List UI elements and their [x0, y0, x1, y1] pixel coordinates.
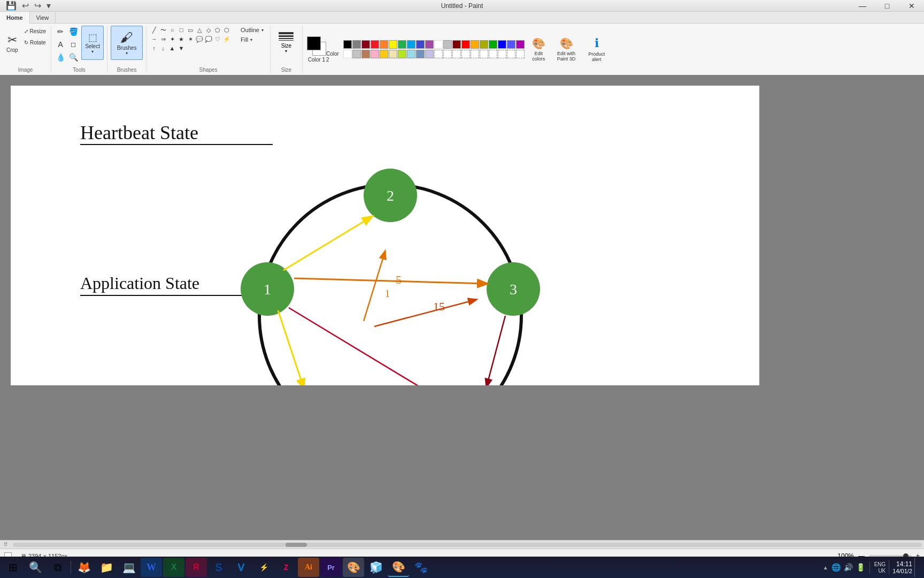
callout2-shape[interactable]: 💭: [204, 35, 213, 43]
color-orange[interactable]: [380, 40, 388, 49]
pencil-tool[interactable]: ✏: [55, 26, 66, 37]
color-c14[interactable]: [461, 40, 470, 49]
custom-c9[interactable]: [507, 50, 515, 58]
taskbar-rubymine[interactable]: R: [186, 558, 207, 577]
tray-volume[interactable]: 🔊: [844, 563, 853, 572]
custom-c2[interactable]: [443, 50, 452, 58]
down-arrow-shape[interactable]: ↓: [159, 44, 167, 52]
rounded-rect-shape[interactable]: ▭: [186, 26, 195, 34]
eraser-tool[interactable]: ◻: [67, 39, 79, 50]
shapes-scroll-down[interactable]: ▼: [177, 44, 186, 52]
color-blue[interactable]: [407, 40, 415, 49]
task-view-button[interactable]: ⧉: [47, 558, 68, 577]
taskbar-sourcetree[interactable]: S: [208, 558, 229, 577]
text-tool[interactable]: A: [55, 39, 66, 50]
color-c19[interactable]: [507, 40, 515, 49]
custom-c10[interactable]: [516, 50, 525, 58]
taskbar-paw[interactable]: 🐾: [410, 558, 432, 577]
redo-icon[interactable]: ↪: [33, 1, 43, 11]
color-lavender[interactable]: [425, 50, 434, 58]
color-lime[interactable]: [398, 50, 406, 58]
edit-colors-button[interactable]: 🎨 Editcolors: [529, 32, 549, 66]
color-ltgray[interactable]: [352, 50, 361, 58]
color-c18[interactable]: [498, 40, 506, 49]
custom-c4[interactable]: [461, 50, 470, 58]
color-c11[interactable]: [434, 40, 443, 49]
callout1-shape[interactable]: 💬: [195, 35, 204, 43]
show-desktop[interactable]: [914, 558, 918, 577]
scroll-thumb[interactable]: [286, 543, 307, 547]
arrow-shape[interactable]: →: [150, 35, 158, 43]
crop-button[interactable]: ✂ Crop: [3, 26, 21, 60]
diamond-shape[interactable]: ◇: [204, 26, 213, 34]
undo-icon[interactable]: ↩: [20, 1, 30, 11]
taskbar-intellij[interactable]: Z: [275, 558, 297, 577]
taskbar-explorer[interactable]: 📁: [96, 558, 117, 577]
custom-c7[interactable]: [489, 50, 497, 58]
color-cream[interactable]: [389, 50, 397, 58]
color-black[interactable]: [343, 40, 352, 49]
drawing-canvas[interactable]: Heartbeat State Application State 2 1 3 …: [11, 86, 759, 385]
shapes-scroll-up[interactable]: ▲: [168, 44, 176, 52]
resize-button[interactable]: ⤢ Resize: [22, 26, 48, 36]
taskbar-premiere[interactable]: Pr: [320, 558, 342, 577]
time-area[interactable]: 14:11 14/01/2: [889, 560, 912, 574]
color1-box[interactable]: [307, 36, 321, 50]
fill-tool[interactable]: 🪣: [67, 26, 79, 37]
taskbar-3dviewer[interactable]: 🧊: [365, 558, 387, 577]
select-button[interactable]: ⬚ Select ▾: [81, 26, 104, 60]
taskbar-firefox[interactable]: 🦊: [73, 558, 95, 577]
color-green[interactable]: [398, 40, 406, 49]
triangle-shape[interactable]: △: [195, 26, 204, 34]
lightning-shape[interactable]: ⚡: [222, 35, 231, 43]
line-shape[interactable]: ╱: [150, 26, 158, 34]
size-button[interactable]: Size ▾: [274, 26, 298, 60]
color-c12[interactable]: [443, 40, 452, 49]
color-red[interactable]: [371, 40, 379, 49]
color-pink[interactable]: [371, 50, 379, 58]
star4-shape[interactable]: ✦: [168, 35, 176, 43]
minimize-button[interactable]: —: [850, 0, 875, 12]
magnify-tool[interactable]: 🔍: [67, 51, 79, 63]
outline-button[interactable]: Outline▾: [237, 26, 267, 34]
taskbar-computer[interactable]: 💻: [118, 558, 140, 577]
custom-c3[interactable]: [452, 50, 461, 58]
brushes-button[interactable]: 🖌 Brushes ▾: [111, 26, 143, 60]
pentagon-shape[interactable]: ⬠: [213, 26, 222, 34]
quick-save-icon[interactable]: 💾: [4, 1, 18, 11]
color-c16[interactable]: [480, 40, 488, 49]
custom-c1[interactable]: [434, 50, 443, 58]
taskbar-word[interactable]: W: [141, 558, 162, 577]
customize-icon[interactable]: ▾: [45, 1, 52, 11]
horizontal-scrollbar[interactable]: ⠿: [0, 540, 924, 549]
curve-shape[interactable]: 〜: [159, 26, 167, 34]
tray-network[interactable]: 🌐: [831, 563, 841, 572]
color-c20[interactable]: [516, 40, 525, 49]
color-yellow[interactable]: [389, 40, 397, 49]
color-gray[interactable]: [352, 40, 361, 49]
color-indigo[interactable]: [416, 40, 425, 49]
close-button[interactable]: ✕: [899, 0, 924, 12]
taskbar-vscode[interactable]: V: [230, 558, 252, 577]
tab-view[interactable]: View: [30, 12, 56, 23]
color-gold[interactable]: [380, 50, 388, 58]
color-purple[interactable]: [425, 40, 434, 49]
taskbar-paint[interactable]: 🎨: [343, 558, 364, 577]
product-alert-button[interactable]: ℹ Productalert: [584, 32, 609, 66]
up-arrow-shape[interactable]: ↑: [150, 44, 158, 52]
heart-shape[interactable]: ♡: [213, 35, 222, 43]
oval-shape[interactable]: ○: [168, 26, 176, 34]
color-c17[interactable]: [489, 40, 497, 49]
search-button[interactable]: 🔍: [25, 558, 46, 577]
edit-paint3d-button[interactable]: 🎨 Edit withPaint 3D: [553, 32, 580, 66]
custom-c8[interactable]: [498, 50, 506, 58]
scrollbar-grip[interactable]: ⠿: [0, 541, 11, 549]
color-c13[interactable]: [452, 40, 461, 49]
custom-c6[interactable]: [480, 50, 488, 58]
rect-shape[interactable]: □: [177, 26, 186, 34]
hexagon-shape[interactable]: ⬡: [222, 26, 231, 34]
rotate-button[interactable]: ↻ Rotate: [22, 37, 48, 48]
maximize-button[interactable]: □: [875, 0, 899, 12]
fill-button[interactable]: Fill▾: [237, 35, 267, 44]
color-pick-tool[interactable]: 💧: [55, 51, 66, 63]
